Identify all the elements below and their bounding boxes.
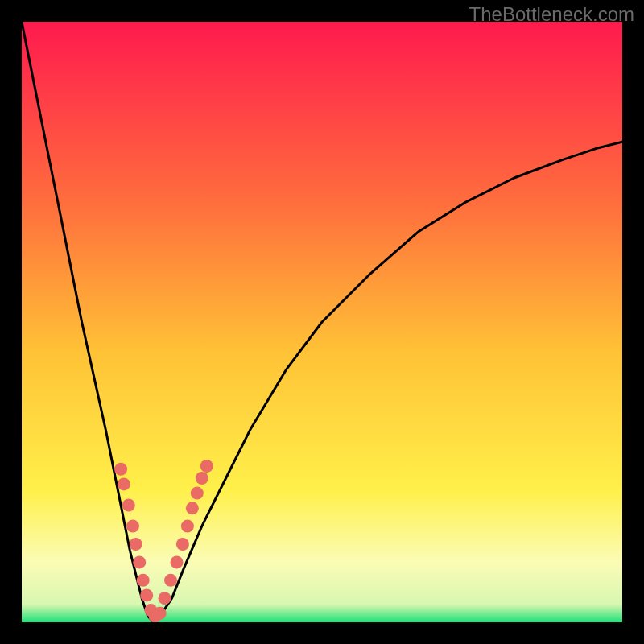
marker-point xyxy=(186,502,199,514)
marker-point xyxy=(164,574,177,587)
marker-point xyxy=(176,538,189,551)
watermark-text: TheBottleneck.com xyxy=(469,3,634,26)
marker-point xyxy=(126,520,139,533)
marker-point xyxy=(171,555,184,568)
marker-point xyxy=(118,477,130,490)
marker-point xyxy=(191,487,204,500)
plot-area xyxy=(22,22,622,622)
marker-point xyxy=(200,460,213,473)
marker-point xyxy=(181,520,194,533)
marker-point xyxy=(196,472,208,485)
marker-point xyxy=(114,463,127,476)
marker-point xyxy=(122,499,135,512)
marker-point xyxy=(154,607,167,620)
marker-point xyxy=(130,538,142,551)
marker-point xyxy=(159,592,171,605)
chart-frame: TheBottleneck.com xyxy=(0,0,644,644)
marker-point xyxy=(140,588,153,601)
marker-point xyxy=(133,555,146,568)
marker-point xyxy=(137,574,150,587)
chart-svg xyxy=(22,22,622,622)
